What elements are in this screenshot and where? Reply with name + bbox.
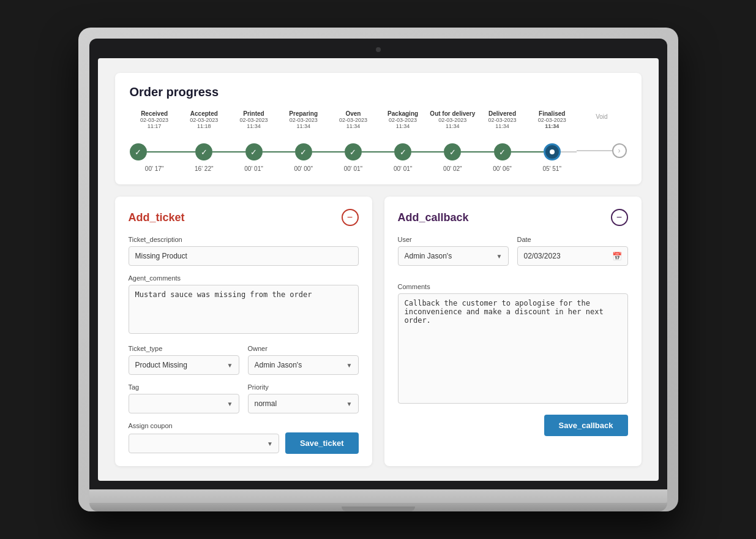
step-circle-done-6: ✓ (444, 143, 461, 160)
step-circle-row-5: ✓ (378, 143, 428, 160)
step-date: 02-03-2023 (430, 117, 475, 123)
step-label-void: Void (596, 113, 607, 120)
ticket-type-label: Ticket_type (129, 345, 239, 352)
step-duration-8: 05' 51" (542, 165, 561, 172)
progress-step-5: Packaging 02-03-2023 11:34 ✓00' 01" (378, 110, 428, 172)
step-connector-right-7 (511, 151, 528, 153)
collapse-ticket-button[interactable]: − (342, 209, 359, 226)
callback-date-label: Date (517, 236, 628, 243)
add-ticket-title: Add_ticket (129, 211, 185, 224)
ticket-description-input[interactable] (129, 246, 359, 266)
step-circle-row-4: ✓ (328, 143, 378, 160)
step-time: 11:34 (538, 123, 566, 129)
step-connector-left-8 (527, 151, 544, 153)
progress-step-1: Accepted 02-03-2023 11:18 ✓16' 22" (179, 110, 229, 172)
step-circle-done-7: ✓ (494, 143, 511, 160)
owner-select[interactable]: Admin Jason's Admin User Support (248, 355, 359, 375)
step-label: Printed (239, 110, 268, 117)
callback-date-input[interactable] (517, 246, 628, 266)
checkmark-icon: ✓ (250, 148, 257, 157)
priority-select-wrapper: normal low high urgent ▼ (248, 394, 359, 413)
step-time: 11:34 (387, 123, 418, 129)
order-progress-title: Order progress (130, 85, 627, 99)
step-connector-right-8 (561, 151, 577, 153)
step-duration-0: 00' 17" (145, 165, 163, 172)
screen: Order progress Received 02-03-2023 11:17… (98, 58, 659, 481)
step-circle-done-4: ✓ (345, 143, 362, 160)
agent-comments-input[interactable] (129, 285, 359, 334)
checkmark-icon: ✓ (400, 148, 406, 157)
checkmark-icon: ✓ (449, 148, 456, 157)
step-connector-left-2 (229, 151, 245, 153)
laptop-bottom (89, 503, 667, 511)
callback-comments-input[interactable] (398, 293, 628, 404)
step-label: Preparing (289, 110, 318, 117)
progress-step-3: Preparing 02-03-2023 11:34 ✓00' 00" (279, 110, 328, 172)
bottom-panels: Add_ticket − Ticket_description Agent_co… (115, 197, 642, 466)
callback-date-input-wrapper: 📅 (517, 246, 628, 266)
step-date: 02-03-2023 (140, 117, 168, 123)
callback-date-field: Date 📅 (517, 236, 628, 274)
step-connector-right-4 (362, 151, 378, 153)
ticket-type-owner-row: Ticket_type Product Missing Wrong Order … (129, 345, 359, 383)
step-connector-left-3 (279, 151, 295, 153)
callback-panel-header: Add_callback − (398, 209, 628, 226)
user-date-row: User Admin Jason's Admin User ▼ (398, 236, 628, 274)
callback-user-field: User Admin Jason's Admin User ▼ (398, 236, 509, 274)
checkmark-icon: ✓ (300, 148, 307, 157)
step-connector-right-5 (411, 151, 428, 153)
step-circle-row-2: ✓ (229, 143, 279, 160)
priority-select[interactable]: normal low high urgent (248, 394, 359, 413)
step-circle-done-2: ✓ (245, 143, 263, 160)
camera (376, 47, 381, 52)
ticket-type-select[interactable]: Product Missing Wrong Order Late Deliver… (129, 355, 239, 375)
void-circle-icon: › (618, 146, 621, 155)
step-duration-7: 00' 06" (493, 165, 511, 172)
ticket-description-field: Ticket_description (129, 236, 359, 274)
step-time: 11:34 (339, 123, 367, 129)
step-label: Oven (339, 110, 367, 117)
save-callback-button[interactable]: Save_callback (544, 415, 628, 436)
step-circle-row-9: › (577, 143, 626, 158)
ticket-type-select-wrapper: Product Missing Wrong Order Late Deliver… (129, 355, 239, 375)
screen-bezel: Order progress Received 02-03-2023 11:17… (89, 39, 667, 489)
callback-comments-label: Comments (398, 283, 628, 290)
step-connector-right-3 (312, 151, 329, 153)
collapse-callback-button[interactable]: − (611, 209, 628, 226)
tag-select[interactable] (129, 394, 239, 413)
progress-step-0: Received 02-03-2023 11:17 ✓00' 17" (130, 110, 179, 172)
callback-comments-field: Comments (398, 283, 628, 415)
step-circle-done-3: ✓ (295, 143, 312, 160)
step-date: 02-03-2023 (190, 117, 218, 123)
step-circle-done-5: ✓ (394, 143, 411, 160)
coupon-select[interactable] (129, 434, 279, 453)
step-duration-4: 00' 01" (344, 165, 362, 172)
progress-step-7: Delivered 02-03-2023 11:34 ✓00' 06" (477, 110, 527, 172)
step-label: Delivered (488, 110, 517, 117)
assign-coupon-field: Assign coupon ▼ Save_ticket (129, 422, 359, 454)
step-circle-row-3: ✓ (279, 143, 328, 160)
step-time: 11:34 (430, 123, 475, 129)
callback-user-label: User (398, 236, 509, 243)
owner-select-wrapper: Admin Jason's Admin User Support ▼ (248, 355, 359, 375)
step-label: Accepted (190, 110, 218, 117)
checkmark-icon: ✓ (201, 148, 208, 157)
add-ticket-panel: Add_ticket − Ticket_description Agent_co… (115, 197, 372, 466)
step-circle-row-6: ✓ (428, 143, 477, 160)
step-circle-row-8 (527, 143, 577, 160)
callback-user-select[interactable]: Admin Jason's Admin User (398, 246, 509, 266)
step-time: 11:34 (239, 123, 268, 129)
step-circle-row-1: ✓ (179, 143, 229, 160)
add-callback-title: Add_callback (398, 211, 469, 224)
step-duration-5: 00' 01" (394, 165, 412, 172)
active-dot (550, 149, 555, 154)
order-progress-card: Order progress Received 02-03-2023 11:17… (115, 73, 642, 184)
step-date: 02-03-2023 (488, 117, 517, 123)
progress-step-2: Printed 02-03-2023 11:34 ✓00' 01" (229, 110, 279, 172)
step-date: 02-03-2023 (289, 117, 318, 123)
save-ticket-button[interactable]: Save_ticket (285, 432, 359, 454)
save-callback-row: Save_callback (398, 415, 628, 436)
step-connector-right-0 (147, 151, 179, 153)
laptop-frame: Order progress Received 02-03-2023 11:17… (78, 28, 678, 511)
owner-label: Owner (248, 345, 359, 352)
